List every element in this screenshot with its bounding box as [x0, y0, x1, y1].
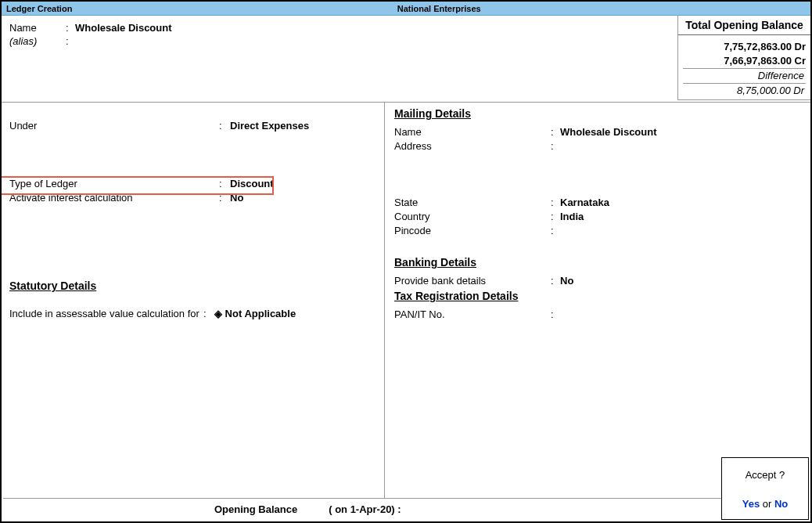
- assessable-value[interactable]: ◈ Not Applicable: [214, 308, 296, 319]
- opening-balance-label: Opening Balance: [214, 503, 297, 515]
- assessable-label: Include in assessable value calculation …: [9, 308, 203, 319]
- ledger-name-value[interactable]: Wholesale Discount: [75, 22, 172, 34]
- opening-balance-date: ( on 1-Apr-20) :: [329, 503, 401, 515]
- accept-or-text: or: [760, 498, 774, 510]
- mailing-address-label: Address: [394, 140, 551, 152]
- colon: :: [66, 35, 75, 47]
- provide-bank-details-value[interactable]: No: [560, 275, 573, 287]
- title-bar: Ledger Creation National Enterprises: [2, 2, 810, 16]
- colon: :: [219, 192, 230, 204]
- accept-no-button[interactable]: No: [774, 498, 788, 510]
- title-company-name: National Enterprises: [72, 4, 806, 13]
- state-value[interactable]: Karnataka: [560, 197, 609, 208]
- activate-interest-label: Activate interest calculation: [9, 192, 219, 204]
- opening-balance-diff-value: 8,75,000.00 Dr: [683, 84, 806, 98]
- title-screen-name: Ledger Creation: [6, 4, 72, 13]
- accept-yes-button[interactable]: Yes: [742, 498, 760, 510]
- mailing-name-value[interactable]: Wholesale Discount: [560, 126, 657, 138]
- colon: :: [219, 120, 230, 132]
- mailing-name-label: Name: [394, 126, 551, 138]
- country-value[interactable]: India: [560, 211, 584, 222]
- provide-bank-details-label: Provide bank details: [394, 275, 551, 287]
- type-of-ledger-value[interactable]: Discount: [230, 178, 274, 189]
- left-pane: Under : Direct Expenses Type of Ledger :…: [2, 103, 385, 499]
- total-opening-balance-panel: Total Opening Balance 7,75,72,863.00 Dr …: [677, 16, 810, 100]
- country-label: Country: [394, 211, 551, 222]
- activate-interest-value[interactable]: No: [230, 192, 243, 204]
- colon: :: [219, 178, 230, 189]
- colon: :: [551, 275, 560, 287]
- opening-balance-diff-label: Difference: [683, 68, 806, 84]
- type-of-ledger-label: Type of Ledger: [9, 178, 219, 189]
- right-pane: Mailing Details Name : Wholesale Discoun…: [385, 103, 810, 499]
- main-area: Under : Direct Expenses Type of Ledger :…: [2, 103, 810, 499]
- header-area: Name : Wholesale Discount (alias) : Tota…: [2, 16, 810, 102]
- colon: :: [551, 140, 560, 152]
- accept-dialog: Accept ? Yes or No: [721, 457, 809, 520]
- opening-balance-dr: 7,75,72,863.00 Dr: [683, 40, 806, 54]
- under-label: Under: [9, 120, 219, 132]
- colon: :: [551, 308, 560, 320]
- colon: :: [66, 22, 75, 34]
- colon: :: [551, 211, 560, 222]
- banking-details-heading: Banking Details: [394, 256, 803, 269]
- pan-label: PAN/IT No.: [394, 308, 551, 320]
- accept-options: Yes or No: [722, 498, 808, 510]
- under-value[interactable]: Direct Expenses: [230, 120, 309, 132]
- colon: :: [203, 308, 214, 319]
- pincode-label: Pincode: [394, 225, 551, 236]
- statutory-details-heading: Statutory Details: [9, 280, 376, 292]
- name-label: Name: [9, 22, 66, 34]
- colon: :: [551, 126, 560, 138]
- colon: :: [551, 197, 560, 208]
- state-label: State: [394, 197, 551, 208]
- alias-label: (alias): [9, 35, 66, 47]
- tax-registration-heading: Tax Registration Details: [394, 290, 803, 302]
- accept-question: Accept ?: [722, 469, 808, 481]
- total-opening-balance-title: Total Opening Balance: [678, 16, 810, 35]
- colon: :: [551, 225, 560, 236]
- bottom-bar: Opening Balance ( on 1-Apr-20) :: [3, 498, 809, 520]
- mailing-details-heading: Mailing Details: [394, 107, 803, 120]
- opening-balance-cr: 7,66,97,863.00 Cr: [683, 54, 806, 68]
